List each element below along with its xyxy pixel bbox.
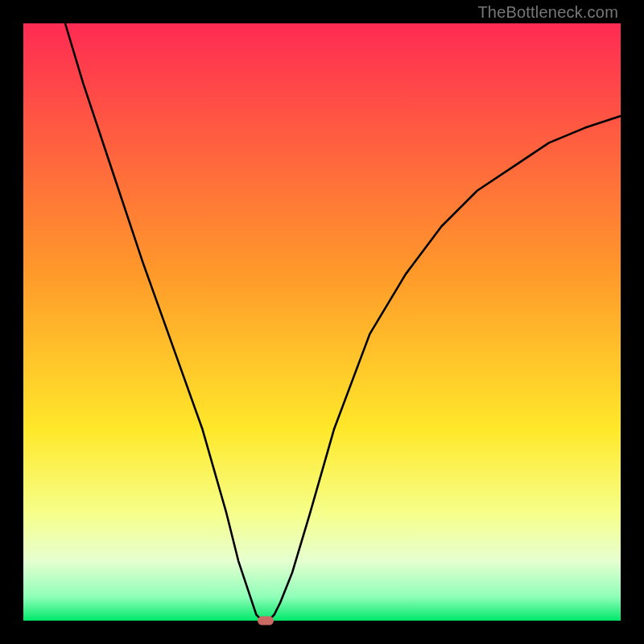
- watermark-text: TheBottleneck.com: [477, 3, 618, 22]
- curve-path: [65, 23, 621, 621]
- optimum-marker: [258, 617, 274, 625]
- bottleneck-curve: [23, 23, 621, 621]
- plot-frame: [23, 23, 621, 621]
